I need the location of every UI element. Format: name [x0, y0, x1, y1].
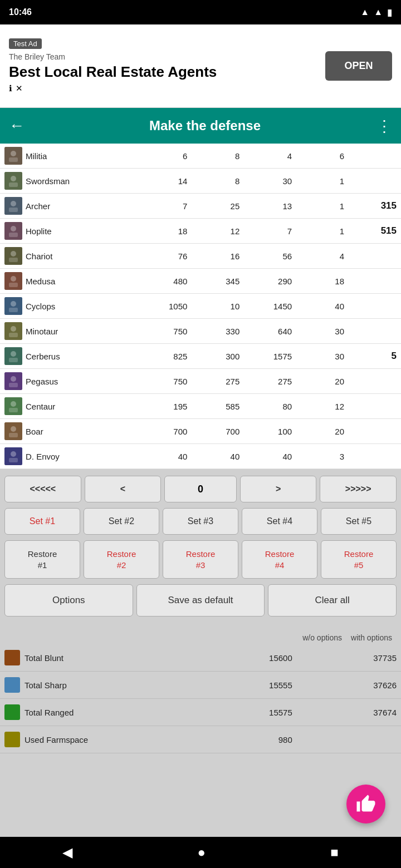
- unit-icon-centaur: [4, 397, 22, 415]
- unit-extra: 315: [349, 194, 401, 219]
- svg-point-7: [11, 201, 16, 206]
- svg-point-34: [11, 426, 16, 432]
- svg-point-16: [11, 276, 16, 282]
- unit-col2: 300: [192, 344, 244, 369]
- stat-wo-value: 15555: [193, 672, 297, 699]
- svg-rect-23: [9, 333, 18, 337]
- unit-name: Cerberus: [26, 352, 60, 361]
- set-5-button[interactable]: Set #5: [321, 508, 397, 535]
- svg-point-25: [11, 351, 16, 357]
- time: 10:46: [9, 7, 32, 17]
- ad-open-button[interactable]: OPEN: [325, 51, 392, 81]
- stat-icon-farmspace: [4, 732, 20, 747]
- action-buttons-row: Options Save as default Clear all: [4, 584, 397, 617]
- first-page-button[interactable]: <<<<<: [4, 476, 81, 502]
- svg-rect-29: [9, 383, 18, 387]
- table-row: Swordsman 14 8 30 1: [0, 169, 401, 194]
- ad-subtitle: The Briley Team: [9, 52, 325, 61]
- unit-col1: 750: [139, 369, 192, 394]
- unit-extra: [349, 144, 401, 169]
- close-icon[interactable]: ✕: [16, 83, 23, 93]
- unit-name: Cyclops: [26, 302, 55, 311]
- unit-col4: 30: [296, 319, 349, 344]
- svg-point-22: [11, 326, 16, 332]
- unit-name: Minotaur: [26, 327, 58, 336]
- info-icon: ℹ: [9, 83, 12, 93]
- unit-col2: 275: [192, 369, 244, 394]
- svg-rect-38: [9, 458, 18, 462]
- unit-col3: 40: [244, 444, 296, 469]
- save-default-button[interactable]: Save as default: [136, 584, 265, 617]
- unit-col2: 8: [192, 169, 244, 194]
- unit-col4: 3: [296, 444, 349, 469]
- unit-col1: 480: [139, 269, 192, 294]
- page-title: Make the defense: [33, 118, 376, 134]
- set-buttons-row: Set #1Set #2Set #3Set #4Set #5: [4, 508, 397, 535]
- restore-5-button[interactable]: Restore #5: [321, 540, 397, 579]
- bottom-nav: ◀ ● ■: [0, 837, 401, 868]
- stat-with-value: 37735: [297, 644, 401, 672]
- unit-col3: 56: [244, 244, 296, 269]
- back-nav-button[interactable]: ◀: [62, 845, 72, 860]
- stats-row: Total Blunt 15600 37735: [0, 644, 401, 672]
- unit-col2: 40: [192, 444, 244, 469]
- set-2-button[interactable]: Set #2: [84, 508, 159, 535]
- svg-point-10: [11, 226, 16, 231]
- table-row: Minotaur 750 330 640 30: [0, 319, 401, 344]
- prev-page-button[interactable]: <: [85, 476, 162, 502]
- svg-point-1: [11, 151, 16, 156]
- table-row: Chariot 76 16 56 4: [0, 244, 401, 269]
- table-row: Militia 6 8 4 6: [0, 144, 401, 169]
- clear-all-button[interactable]: Clear all: [268, 584, 397, 617]
- stats-row: Total Sharp 15555 37626: [0, 672, 401, 699]
- unit-col3: 4: [244, 144, 296, 169]
- unit-col4: 6: [296, 144, 349, 169]
- stats-with-header: with options: [342, 633, 392, 642]
- restore-4-button[interactable]: Restore #4: [242, 540, 317, 579]
- unit-icon-minotaur: [4, 322, 22, 340]
- restore-2-button[interactable]: Restore #2: [84, 540, 159, 579]
- ad-tag: Test Ad: [9, 38, 42, 49]
- stat-wo-value: 15575: [193, 699, 297, 726]
- options-button[interactable]: Options: [4, 584, 133, 617]
- next-page-button[interactable]: >: [240, 476, 317, 502]
- last-page-button[interactable]: >>>>>: [320, 476, 397, 502]
- table-row: Archer 7 25 13 1 315: [0, 194, 401, 219]
- set-4-button[interactable]: Set #4: [242, 508, 317, 535]
- page-nav: <<<<< < 0 > >>>>>: [4, 476, 397, 502]
- more-menu-button[interactable]: ⋮: [376, 117, 392, 135]
- unit-name: Swordsman: [26, 176, 70, 186]
- units-table: Militia 6 8 4 6 Swordsman 14 8 30 1: [0, 144, 401, 469]
- restore-3-button[interactable]: Restore #3: [163, 540, 238, 579]
- stat-name: Used Farmspace: [25, 735, 88, 744]
- fab-thumbsup[interactable]: [346, 785, 385, 823]
- app-header: ← Make the defense ⋮: [0, 108, 401, 144]
- back-button[interactable]: ←: [9, 117, 25, 135]
- unit-col3: 100: [244, 419, 296, 444]
- svg-point-37: [11, 451, 16, 457]
- restore-1-button[interactable]: Restore #1: [4, 540, 80, 579]
- unit-col4: 1: [296, 219, 349, 244]
- set-1-button[interactable]: Set #1: [4, 508, 80, 535]
- unit-icon-cyclops: [4, 297, 22, 315]
- unit-icon-pegasus: [4, 372, 22, 390]
- table-row: Pegasus 750 275 275 20: [0, 369, 401, 394]
- unit-icon-d.envoy: [4, 447, 22, 465]
- unit-col4: 30: [296, 344, 349, 369]
- table-row: Cerberus 825 300 1575 30 5: [0, 344, 401, 369]
- recent-nav-button[interactable]: ■: [330, 845, 339, 860]
- svg-rect-5: [9, 183, 18, 187]
- unit-extra: 5: [349, 344, 401, 369]
- unit-name: Boar: [26, 427, 43, 436]
- home-nav-button[interactable]: ●: [197, 845, 206, 860]
- unit-extra: [349, 394, 401, 419]
- svg-rect-17: [9, 283, 18, 287]
- set-3-button[interactable]: Set #3: [163, 508, 238, 535]
- stat-name: Total Sharp: [25, 680, 67, 690]
- stats-table: Total Blunt 15600 37735 Total Sharp 1555…: [0, 644, 401, 753]
- unit-col4: 12: [296, 394, 349, 419]
- stats-wo-header: w/o options: [292, 633, 342, 642]
- battery-icon: ▮: [387, 7, 392, 18]
- unit-name: D. Envoy: [26, 452, 60, 461]
- table-row: Cyclops 1050 10 1450 40: [0, 294, 401, 319]
